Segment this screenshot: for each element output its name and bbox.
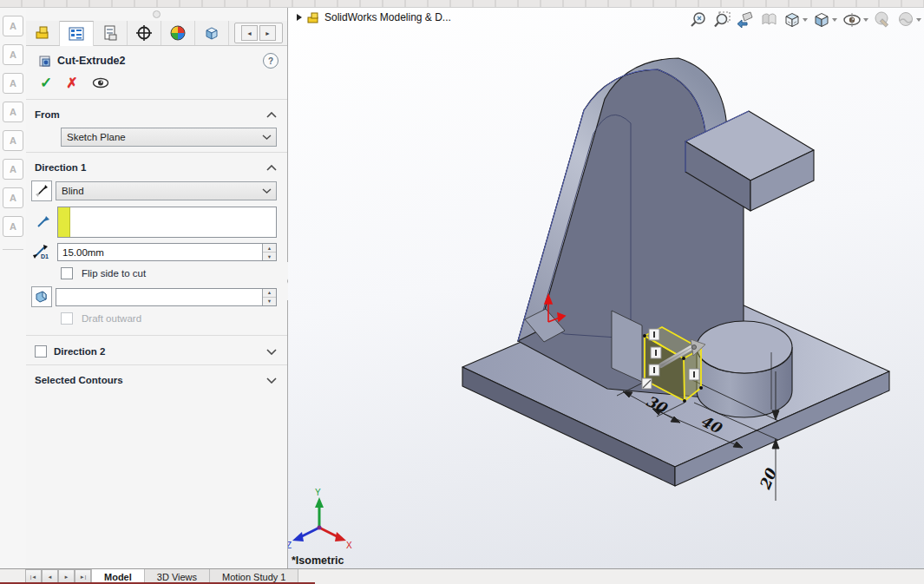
propertymanager-tab[interactable]	[60, 21, 94, 46]
previous-view-icon	[736, 10, 755, 30]
direction-reference-field[interactable]	[57, 207, 277, 238]
annotation-toolbar: A A A A A A A A	[0, 8, 27, 568]
direction1-label: Direction 1	[35, 162, 266, 173]
apply-scene-icon	[896, 10, 915, 30]
end-condition-dropdown[interactable]: Blind	[56, 181, 277, 200]
collapse-icon	[266, 112, 277, 118]
view-orientation-icon	[783, 10, 802, 30]
hide-show-items-button[interactable]	[841, 10, 869, 30]
model-3d-view[interactable]: 30 40 20	[288, 8, 924, 568]
from-section-header[interactable]: From	[26, 102, 287, 125]
heads-up-toolbar	[688, 10, 922, 30]
ok-button[interactable]: ✓	[40, 75, 52, 90]
draft-button[interactable]	[31, 286, 52, 307]
selected-contours-label: Selected Contours	[35, 375, 266, 385]
direction2-label: Direction 2	[54, 346, 266, 357]
view-orientation-label: *Isometric	[292, 554, 344, 567]
svg-text:Y: Y	[315, 488, 321, 497]
annotation-tool-icon: A	[3, 187, 23, 208]
depth-spinner[interactable]: ▲▼	[262, 244, 276, 260]
feature-title: Cut-Extrude2	[57, 55, 258, 67]
panel-resize-grip[interactable]	[26, 8, 287, 21]
dimxpertmanager-tab[interactable]	[128, 21, 161, 45]
displaymanager-tab[interactable]	[161, 21, 195, 45]
tab-scroll-right-button[interactable]: ►	[259, 25, 276, 41]
chevron-down-icon	[262, 135, 272, 140]
panel-tab-bar: ◄ ►	[26, 21, 287, 46]
displaymanager-icon	[169, 24, 187, 42]
breadcrumb-label: SolidWorks Modeling & D...	[324, 11, 451, 23]
direction1-section-header[interactable]: Direction 1	[26, 154, 287, 178]
featuremanager-icon	[34, 24, 51, 42]
direction2-section-header[interactable]: Direction 2	[26, 338, 287, 363]
flip-side-checkbox[interactable]	[61, 267, 73, 279]
reverse-direction-icon	[35, 184, 49, 198]
annotation-tool-icon: A	[3, 73, 23, 94]
chevron-down-icon	[803, 18, 808, 22]
depth-input[interactable]: 15.00mm ▲▼	[57, 243, 277, 261]
annotation-tool-icon: A	[3, 159, 23, 180]
section-view-button	[758, 10, 779, 30]
reverse-direction-button[interactable]	[31, 180, 52, 201]
depth-d1-icon: D1	[33, 245, 52, 259]
section-view-icon	[759, 10, 778, 30]
view-orientation-button[interactable]	[782, 10, 809, 30]
zoom-to-fit-button[interactable]	[688, 10, 709, 30]
breadcrumb[interactable]: SolidWorks Modeling & D...	[297, 10, 451, 24]
start-condition-dropdown[interactable]: Sketch Plane	[61, 128, 277, 147]
edit-appearance-button	[872, 10, 893, 30]
draft-spinner[interactable]: ▲▼	[262, 289, 276, 305]
zoom-to-area-button[interactable]	[711, 10, 732, 30]
orientation-triad: Y X Z	[288, 488, 352, 550]
configurationmanager-tab[interactable]	[94, 21, 128, 45]
dim-thickness-label: 20	[756, 465, 780, 492]
graphics-area[interactable]: 30 40 20	[288, 8, 924, 568]
display-style-button[interactable]	[811, 10, 838, 30]
selected-contours-header[interactable]: Selected Contours	[26, 367, 287, 390]
chevron-down-icon	[262, 188, 272, 194]
section-divider	[26, 335, 287, 336]
annotation-tool-icon: A	[3, 102, 23, 122]
expand-tree-icon[interactable]	[297, 14, 302, 21]
toolbar-divider	[3, 249, 23, 250]
section-divider	[26, 99, 287, 100]
featuremanager-tab[interactable]	[26, 21, 60, 45]
flip-side-row[interactable]: Flip side to cut	[61, 267, 277, 279]
svg-text:X: X	[346, 541, 352, 550]
draft-angle-input[interactable]: ▲▼	[56, 288, 277, 306]
draft-outward-row: Draft outward	[61, 312, 277, 325]
cut-extrude-icon	[38, 54, 52, 68]
part-icon	[306, 10, 320, 24]
cylinder-boss[interactable]	[697, 321, 792, 417]
help-icon[interactable]: ?	[263, 53, 279, 69]
display-style-icon	[812, 10, 831, 30]
cancel-button[interactable]: ✗	[66, 76, 77, 90]
hide-show-eye-icon	[842, 10, 862, 30]
pane-cube-icon	[203, 24, 220, 42]
expand-icon	[266, 349, 277, 355]
tab-scroll-left-button[interactable]: ◄	[241, 25, 258, 41]
svg-text:D1: D1	[41, 253, 49, 259]
draft-icon	[35, 291, 49, 304]
previous-view-button[interactable]	[735, 10, 756, 30]
zoom-to-area-icon	[712, 10, 731, 30]
active-selection-strip	[58, 207, 70, 237]
section-divider	[26, 364, 287, 365]
annotation-tool-icon: A	[3, 16, 23, 36]
apply-scene-button	[895, 10, 922, 30]
property-manager-panel: ◄ ► Cut-Extrude2 ? ✓ ✗ From Sketch Plane	[26, 8, 288, 568]
window-top-strip	[0, 0, 924, 8]
direction2-checkbox[interactable]	[35, 345, 47, 358]
flip-side-label: Flip side to cut	[76, 268, 146, 279]
annotation-tool-icon: A	[3, 130, 23, 151]
preview-eye-button[interactable]	[92, 77, 109, 89]
annotation-tool-icon: A	[3, 216, 23, 237]
svg-text:Z: Z	[288, 541, 292, 550]
custom-pane-tab[interactable]	[195, 21, 229, 45]
expand-icon	[266, 377, 277, 384]
chevron-down-icon	[832, 18, 837, 22]
section-divider	[26, 152, 287, 153]
edit-appearance-icon	[873, 10, 892, 30]
from-label: From	[35, 109, 266, 120]
feature-header: Cut-Extrude2 ?	[26, 46, 287, 72]
